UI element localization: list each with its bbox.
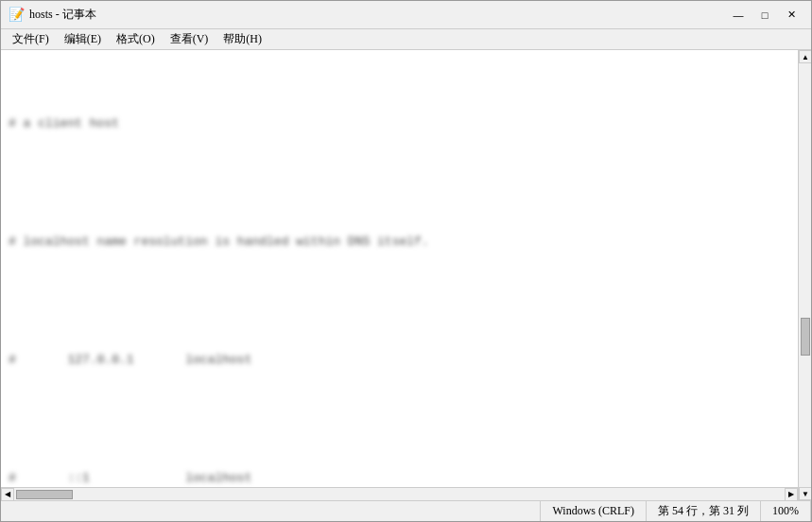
scroll-right-arrow[interactable]: ▶	[785, 488, 798, 501]
menu-format[interactable]: 格式(O)	[109, 29, 163, 49]
content-line	[9, 409, 790, 429]
maximize-button[interactable]: □	[752, 6, 777, 25]
menu-bar: 文件(F) 编辑(E) 格式(O) 查看(V) 帮助(H)	[1, 29, 811, 50]
content-line	[9, 292, 790, 312]
content-line: # ::1 localhost	[9, 469, 790, 487]
menu-edit[interactable]: 编辑(E)	[57, 29, 109, 49]
title-bar-left: 📝 hosts - 记事本	[9, 7, 96, 23]
content-line: # a client host	[9, 114, 790, 134]
status-zoom: 100%	[761, 501, 811, 521]
status-encoding: Windows (CRLF)	[541, 501, 647, 521]
scroll-down-arrow[interactable]: ▼	[799, 487, 811, 500]
scroll-left-arrow[interactable]: ◀	[1, 488, 14, 501]
menu-file[interactable]: 文件(F)	[5, 29, 57, 49]
vertical-scrollbar[interactable]: ▲ ▼	[798, 50, 811, 500]
text-area[interactable]: # a client host # localhost name resolut…	[1, 50, 798, 487]
menu-view[interactable]: 查看(V)	[163, 29, 216, 49]
close-button[interactable]: ✕	[779, 6, 803, 25]
scroll-up-arrow[interactable]: ▲	[799, 50, 811, 63]
window-controls: — □ ✕	[726, 6, 803, 25]
notepad-window: 📝 hosts - 记事本 — □ ✕ 文件(F) 编辑(E) 格式(O) 查看…	[0, 0, 812, 522]
title-bar: 📝 hosts - 记事本 — □ ✕	[1, 1, 811, 29]
text-content[interactable]: # a client host # localhost name resolut…	[1, 50, 798, 487]
horizontal-scrollbar[interactable]: ◀ ▶	[1, 487, 798, 500]
scroll-h-track[interactable]	[14, 488, 785, 501]
content-line: # localhost name resolution is handled w…	[9, 233, 790, 252]
window-title: hosts - 记事本	[29, 7, 96, 23]
scroll-v-thumb[interactable]	[801, 318, 810, 356]
menu-help[interactable]: 帮助(H)	[216, 29, 269, 49]
content-line: # 127.0.0.1 localhost	[9, 351, 790, 371]
status-empty	[1, 501, 541, 521]
content-line	[9, 174, 790, 194]
editor-area: # a client host # localhost name resolut…	[1, 50, 811, 500]
scroll-h-thumb[interactable]	[16, 490, 73, 499]
app-icon: 📝	[9, 8, 24, 23]
minimize-button[interactable]: —	[726, 6, 751, 25]
status-position: 第 54 行，第 31 列	[647, 501, 761, 521]
status-bar: Windows (CRLF) 第 54 行，第 31 列 100%	[1, 500, 811, 521]
